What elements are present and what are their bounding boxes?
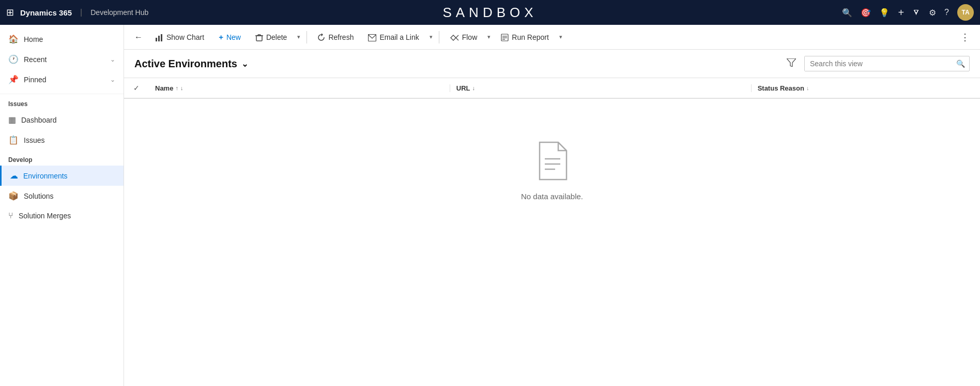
delete-button[interactable]: Delete	[249, 29, 293, 45]
top-nav-right: 🔍 🎯 💡 + ⛛ ⚙ ? TA	[842, 4, 974, 21]
sidebar-item-recent[interactable]: 🕐 Recent ⌄	[0, 49, 124, 69]
grid-col-name: Name ↑ ↓	[149, 84, 450, 92]
pinned-chevron-icon: ⌄	[110, 76, 115, 83]
svg-rect-2	[161, 34, 162, 41]
grid-container: ✓ Name ↑ ↓ URL ↓ Status Reason ↓	[124, 78, 980, 386]
recent-chevron-icon: ⌄	[110, 56, 115, 63]
sidebar-item-solution-merges[interactable]: ⑂ Solution Merges	[0, 206, 124, 226]
empty-state-icon	[533, 140, 571, 184]
view-title[interactable]: Active Environments ⌄	[134, 58, 248, 70]
top-navigation: ⊞ Dynamics 365 | Development Hub SANDBOX…	[0, 0, 980, 25]
run-report-label: Run Report	[512, 33, 549, 41]
pinned-icon: 📌	[8, 75, 19, 84]
email-link-dropdown-icon[interactable]: ▾	[427, 31, 435, 43]
view-header-right: 🔍	[785, 56, 970, 71]
flow-label: Flow	[462, 33, 478, 41]
toolbar: ← Show Chart + New	[124, 25, 980, 50]
col-name-label: Name	[155, 84, 173, 92]
search-input[interactable]	[805, 56, 952, 71]
show-chart-label: Show Chart	[166, 33, 204, 41]
sidebar-item-pinned[interactable]: 📌 Pinned ⌄	[0, 69, 124, 90]
view-filter-icon[interactable]	[785, 56, 798, 71]
flow-icon	[450, 33, 459, 41]
new-button[interactable]: + New	[212, 29, 247, 44]
svg-rect-1	[158, 36, 160, 41]
develop-section-title: Develop	[0, 150, 124, 166]
search-nav-icon[interactable]: 🔍	[842, 8, 852, 18]
refresh-button[interactable]: Refresh	[311, 29, 360, 45]
delete-icon	[255, 33, 263, 42]
toolbar-separator-2	[439, 31, 439, 43]
grid-header: ✓ Name ↑ ↓ URL ↓ Status Reason ↓	[124, 78, 980, 99]
main-layout: 🏠 Home 🕐 Recent ⌄ 📌 Pinned ⌄ Issues ▦ Da…	[0, 25, 980, 386]
home-icon: 🏠	[8, 34, 19, 44]
run-report-button[interactable]: Run Report	[495, 29, 555, 45]
svg-rect-3	[256, 36, 262, 41]
toolbar-separator-1	[307, 31, 307, 43]
col-url-label: URL	[456, 84, 470, 92]
user-avatar[interactable]: TA	[957, 4, 974, 21]
view-header: Active Environments ⌄ 🔍	[124, 50, 980, 78]
svg-rect-0	[156, 38, 157, 41]
sidebar-home-label: Home	[24, 35, 43, 43]
search-box: 🔍	[804, 56, 970, 71]
col-name-sort-asc-icon[interactable]: ↑	[175, 85, 178, 91]
solution-merges-icon: ⑂	[8, 211, 13, 220]
help-icon[interactable]: ?	[944, 8, 949, 17]
sidebar-item-issues[interactable]: 📋 Issues	[0, 130, 124, 150]
recent-icon: 🕐	[8, 54, 19, 64]
flow-button[interactable]: Flow	[443, 29, 484, 44]
sidebar-dashboard-label: Dashboard	[21, 116, 57, 124]
settings-icon[interactable]: ⚙	[929, 8, 936, 18]
header-checkmark-icon[interactable]: ✓	[133, 84, 140, 92]
plus-icon[interactable]: +	[898, 7, 904, 19]
sidebar-solutions-label: Solutions	[24, 192, 54, 200]
issues-section-title: Issues	[0, 94, 124, 110]
email-link-icon	[368, 33, 376, 41]
top-nav-left: ⊞ Dynamics 365 | Development Hub	[6, 7, 836, 18]
sidebar-item-solutions[interactable]: 📦 Solutions	[0, 186, 124, 206]
col-status-filter-icon[interactable]: ↓	[806, 85, 809, 91]
view-title-text: Active Environments	[134, 58, 237, 70]
sidebar-top: 🏠 Home 🕐 Recent ⌄ 📌 Pinned ⌄	[0, 25, 124, 94]
waffle-icon[interactable]: ⊞	[6, 7, 14, 18]
show-chart-button[interactable]: Show Chart	[149, 29, 210, 44]
bulb-icon[interactable]: 💡	[879, 8, 890, 18]
svg-marker-13	[787, 58, 796, 67]
email-link-button[interactable]: Email a Link	[362, 29, 425, 44]
grid-col-url: URL ↓	[450, 84, 752, 92]
sidebar-solution-merges-label: Solution Merges	[19, 212, 71, 220]
sidebar-item-dashboard[interactable]: ▦ Dashboard	[0, 110, 124, 130]
sidebar-recent-label: Recent	[24, 55, 47, 64]
delete-dropdown-icon[interactable]: ▾	[295, 31, 302, 43]
col-url-sort-icon[interactable]: ↓	[472, 85, 476, 91]
dashboard-icon: ▦	[8, 115, 16, 125]
run-report-icon	[501, 33, 509, 42]
search-icon[interactable]: 🔍	[952, 56, 969, 71]
new-icon: +	[219, 33, 223, 41]
flow-dropdown-icon[interactable]: ▾	[485, 31, 493, 43]
new-label: New	[226, 33, 241, 41]
empty-state: No data available.	[124, 99, 980, 242]
empty-state-text: No data available.	[521, 192, 583, 201]
environments-icon: ☁	[10, 171, 18, 181]
issues-icon: 📋	[8, 135, 19, 145]
filter-nav-icon[interactable]: ⛛	[912, 8, 921, 17]
grid-col-status: Status Reason ↓	[752, 84, 980, 92]
more-button[interactable]: ⋮	[956, 28, 974, 46]
col-status-label: Status Reason	[758, 84, 804, 92]
sidebar-item-home[interactable]: 🏠 Home	[0, 29, 124, 49]
refresh-label: Refresh	[328, 33, 354, 41]
run-report-dropdown-icon[interactable]: ▾	[557, 31, 564, 43]
col-name-sort-desc-icon[interactable]: ↓	[180, 85, 183, 91]
delete-label: Delete	[266, 33, 287, 41]
refresh-icon	[317, 33, 325, 42]
sidebar-item-environments[interactable]: ☁ Environments	[0, 166, 124, 186]
email-link-label: Email a Link	[379, 33, 419, 41]
sidebar: 🏠 Home 🕐 Recent ⌄ 📌 Pinned ⌄ Issues ▦ Da…	[0, 25, 124, 386]
dev-hub-label: Development Hub	[90, 8, 148, 17]
show-chart-icon	[155, 32, 163, 41]
back-button[interactable]: ←	[130, 29, 147, 45]
target-icon[interactable]: 🎯	[861, 8, 871, 18]
sandbox-title: SANDBOX	[442, 5, 537, 21]
